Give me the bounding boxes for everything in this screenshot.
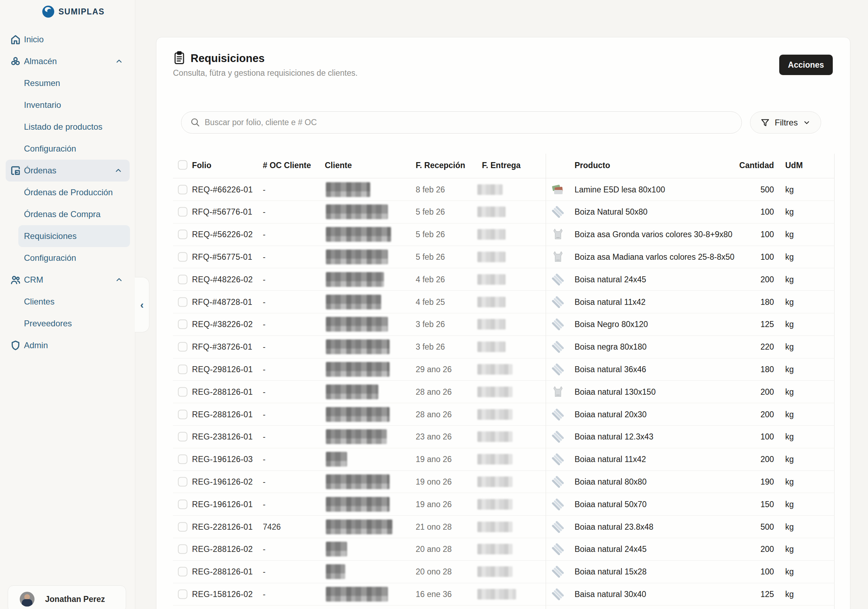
- cell-f-entrega-redacted: [477, 454, 513, 465]
- flat-bag-icon: [550, 587, 566, 601]
- cell-oc-cliente: -: [263, 230, 266, 239]
- actions-button[interactable]: Acciones: [779, 54, 833, 75]
- row-checkbox[interactable]: [178, 297, 188, 307]
- cell-folio: REG-158126-02: [192, 589, 253, 599]
- row-checkbox[interactable]: [178, 455, 188, 464]
- cell-cliente-redacted: [326, 429, 387, 444]
- sidebar-item-inicio[interactable]: Inicio: [0, 28, 135, 50]
- cell-cliente-redacted: [326, 407, 390, 422]
- row-checkbox[interactable]: [178, 342, 188, 352]
- cell-udm: kg: [785, 432, 794, 441]
- cell-cantidad: 200: [716, 275, 774, 284]
- cell-f-entrega-redacted: [477, 544, 513, 555]
- table-row[interactable]: REG-238126-01-23 ano 26Boiaa natural 12.…: [173, 426, 834, 448]
- cell-oc-cliente: -: [263, 207, 266, 217]
- row-checkbox[interactable]: [178, 499, 188, 509]
- row-checkbox[interactable]: [178, 544, 188, 554]
- sidebar-item-inventario[interactable]: Inventario: [0, 94, 135, 116]
- table-row[interactable]: REG-288126-01-28 ano 26Boiaa natural 130…: [173, 381, 834, 403]
- sidebar-item-configuraci-n[interactable]: Configuración: [0, 138, 135, 160]
- sidebar-item-almac-n[interactable]: Almacén: [0, 50, 135, 72]
- cell-f-entrega-redacted: [477, 342, 505, 352]
- row-checkbox[interactable]: [178, 320, 188, 329]
- cell-folio: REG-228126-01: [192, 522, 253, 531]
- table-row[interactable]: REG-196126-03-19 ano 26Boiaa natural 11x…: [173, 448, 834, 471]
- table-row[interactable]: REQ-#48226-02-4 feb 26Boisa natural 24x4…: [173, 268, 834, 291]
- sidebar-item-configuraci-n[interactable]: Configuración: [0, 247, 135, 269]
- sidebar-item-requisiciones[interactable]: Requisiciones: [18, 225, 130, 247]
- row-checkbox[interactable]: [178, 207, 188, 217]
- sumiplas-logo-icon: [42, 6, 54, 18]
- cell-cliente-redacted: [326, 339, 390, 354]
- row-checkbox[interactable]: [178, 567, 188, 576]
- sidebar-item--rdenas[interactable]: Órdenas: [6, 160, 130, 182]
- flat-bag-icon: [550, 542, 566, 556]
- row-checkbox[interactable]: [178, 432, 188, 441]
- sidebar-item-preveedores[interactable]: Preveedores: [0, 312, 135, 334]
- cell-f-recepcion: 19 ano 26: [416, 499, 452, 509]
- table-row[interactable]: REG-196126-02-19 ono 26Boiaa natural 80x…: [173, 471, 834, 493]
- cell-oc-cliente: -: [263, 342, 266, 352]
- cell-f-recepcion: 23 ano 26: [416, 432, 452, 441]
- sidebar-item-clientes[interactable]: Clientes: [0, 291, 135, 312]
- table-row[interactable]: REQ-#38226-02-3 feb 26Boisa Negro 80x120…: [173, 313, 834, 336]
- row-checkbox[interactable]: [178, 275, 188, 284]
- page-subtitle: Consulta, fütra y gestiona requisiciones…: [173, 68, 358, 78]
- table-row[interactable]: REQ-#66226-01-8 feb 26Lamine E5D lesa 80…: [173, 178, 834, 201]
- chevron-left-icon: ‹: [140, 300, 144, 310]
- sidebar-item-listado-de-productos[interactable]: Listado de productos: [0, 116, 135, 138]
- cell-producto: Boiaa natural 130x150: [575, 387, 656, 396]
- sidebar-item-label: Preveedores: [24, 318, 72, 328]
- sidebar-collapse-button[interactable]: ‹: [135, 277, 149, 332]
- table-row[interactable]: REG-228126-01742621 ono 28Boiaa natural …: [173, 516, 834, 538]
- cell-producto: Boiaa natural 23.8x48: [575, 522, 654, 531]
- table-row[interactable]: REG-158126-02-16 ene 36Baisa natural 30x…: [173, 583, 834, 606]
- users-icon: [10, 274, 21, 286]
- col-cliente: Cliente: [325, 161, 352, 170]
- select-all-checkbox[interactable]: [178, 160, 188, 170]
- cell-producto: Boiza asa Madiana varlos colores 25-8-8x…: [575, 252, 735, 261]
- sidebar-item-crm[interactable]: CRM: [0, 269, 135, 291]
- table-row[interactable]: REG-288126-01-28 ano 26Boiaa natural 20x…: [173, 403, 834, 426]
- table-row[interactable]: REQ-#56226-02-5 feb 26Boiza asa Gronda v…: [173, 224, 834, 246]
- cell-udm: kg: [785, 477, 794, 486]
- cell-producto: Boisa natural 24x45: [575, 275, 646, 284]
- sidebar-item-label: Listado de productos: [24, 122, 102, 132]
- table-row[interactable]: RFQ-#56775-01-5 feb 26Boiza asa Madiana …: [173, 245, 834, 268]
- row-checkbox[interactable]: [178, 477, 188, 486]
- cell-f-entrega-redacted: [477, 297, 505, 307]
- table-row[interactable]: RFQ-#48728-01-4 feb 25Boisa natural 11x4…: [173, 291, 834, 313]
- user-card[interactable]: Jonathan Perez: [8, 586, 126, 609]
- cell-oc-cliente: -: [263, 364, 266, 374]
- table-row[interactable]: REG-196126-01-19 ano 26Boiaa natural 50x…: [173, 493, 834, 516]
- row-checkbox[interactable]: [178, 185, 188, 194]
- sidebar-item-label: Almacén: [24, 56, 57, 66]
- search-input[interactable]: [181, 111, 742, 134]
- row-checkbox[interactable]: [178, 589, 188, 599]
- cell-oc-cliente: -: [263, 432, 266, 441]
- sidebar-item--rdenas-de-compra[interactable]: Órdenas de Compra: [0, 204, 135, 225]
- flat-bag-icon: [550, 564, 566, 579]
- table-row[interactable]: RFQ-#56776-01-5 feb 26Boiza Natural 50x8…: [173, 201, 834, 224]
- filters-button[interactable]: Filtres: [750, 111, 821, 134]
- table-row[interactable]: REG-288126-01-20 ono 28Boiaa natural 15x…: [173, 561, 834, 583]
- row-checkbox[interactable]: [178, 410, 188, 419]
- sidebar-item-admin[interactable]: Admin: [0, 334, 135, 356]
- flat-bag-icon: [550, 362, 566, 377]
- table-row[interactable]: RFQ-#38726-01-3 feb 26Boisa negra 80x180…: [173, 336, 834, 359]
- cell-producto: Lamine E5D lesa 80x100: [575, 185, 665, 194]
- row-checkbox[interactable]: [178, 230, 188, 239]
- row-checkbox[interactable]: [178, 387, 188, 396]
- table-row[interactable]: REG-288126-02-20 ano 28Boiaa natural 24x…: [173, 538, 834, 561]
- cell-oc-cliente: -: [263, 185, 266, 194]
- cell-producto: Boiaa natural 24x45: [575, 544, 647, 554]
- sidebar-item-resumen[interactable]: Resumen: [0, 72, 135, 94]
- row-checkbox[interactable]: [178, 364, 188, 374]
- cell-udm: kg: [785, 589, 794, 599]
- row-checkbox[interactable]: [178, 522, 188, 531]
- table-row[interactable]: REQ-298126-01-29 ano 26Boisa natural 36x…: [173, 358, 834, 381]
- cell-producto: Boiaa natural 12.3x43: [575, 432, 654, 441]
- chevron-down-icon: [803, 119, 811, 126]
- sidebar-item--rdenas-de-producci-n[interactable]: Órdenas de Producción: [0, 182, 135, 204]
- row-checkbox[interactable]: [178, 252, 188, 261]
